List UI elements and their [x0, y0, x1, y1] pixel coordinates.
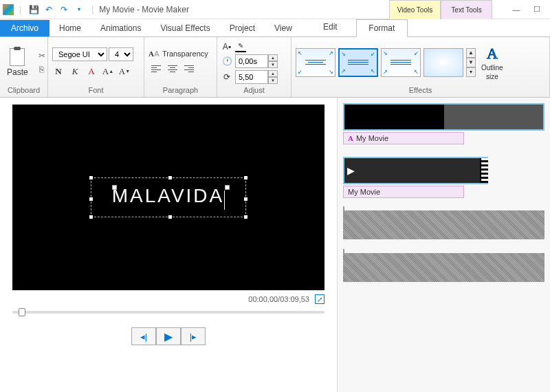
clipboard-icon — [10, 48, 25, 66]
timeline-clip-2[interactable]: ▶ My Movie — [343, 157, 544, 198]
transparency-label: Transparency — [162, 50, 208, 58]
fullscreen-icon[interactable]: ⤢ — [315, 294, 324, 304]
font-size-select[interactable]: 48 — [109, 47, 133, 61]
edit-text-icon[interactable]: ✎ — [235, 41, 246, 52]
group-label-clipboard: Clipboard — [4, 86, 43, 96]
preview-pane: MALAVIDA 00:00,00/03:09,53 ⤢ ◂| ▶ |▸ — [0, 98, 337, 392]
shrink-font-button[interactable]: A▼ — [118, 65, 131, 78]
group-label-effects: Effects — [296, 86, 545, 96]
tab-format[interactable]: Format — [356, 19, 408, 37]
duration-down[interactable]: ▼ — [268, 77, 278, 84]
duration-input[interactable] — [235, 70, 268, 84]
window-title: My Movie - Movie Maker — [99, 5, 189, 14]
tab-view[interactable]: View — [265, 20, 302, 36]
effects-more[interactable]: ▾ — [466, 67, 476, 77]
duration-icon: ⟳ — [221, 72, 232, 83]
tab-animations[interactable]: Animations — [91, 20, 151, 36]
titlebar: | 💾 ↶ ↷ ▾ | My Movie - Movie Maker Video… — [0, 0, 550, 19]
duration-up[interactable]: ▲ — [268, 70, 278, 77]
align-left-button[interactable] — [148, 62, 164, 76]
group-label-paragraph: Paragraph — [148, 86, 212, 96]
align-center-button[interactable] — [165, 62, 180, 76]
seek-bar[interactable] — [12, 311, 324, 314]
group-label-font: Font — [52, 86, 140, 96]
effects-scroll-up[interactable]: ▲ — [466, 48, 476, 58]
clip-label-2[interactable]: My Movie — [343, 186, 464, 198]
transparency-icon: AA — [148, 50, 160, 58]
copy-icon[interactable]: ⎘ — [36, 64, 47, 75]
clip-label-1[interactable]: My Movie — [343, 132, 464, 144]
seek-thumb[interactable] — [19, 308, 25, 316]
minimize-button[interactable]: — — [506, 3, 527, 17]
play-indicator-icon: ▶ — [347, 165, 355, 176]
timeline-clip-1[interactable]: My Movie — [343, 103, 544, 144]
ribbon: Paste ✂ ⎘ Clipboard Segoe UI 48 N K A A▲ — [0, 37, 550, 98]
video-preview[interactable]: MALAVIDA — [12, 105, 324, 290]
timeline-clip-3[interactable] — [343, 210, 544, 239]
play-button[interactable]: ▶ — [156, 327, 181, 345]
paste-button[interactable]: Paste — [4, 45, 31, 80]
font-color-button[interactable]: A — [85, 65, 98, 78]
context-tab-text-tools[interactable]: Text Tools — [441, 0, 492, 19]
app-icon — [3, 4, 14, 15]
time-display: 00:00,00/03:09,53 — [248, 295, 309, 303]
outline-icon: A — [487, 45, 498, 63]
tab-home[interactable]: Home — [50, 20, 91, 36]
next-frame-button[interactable]: |▸ — [181, 327, 206, 345]
italic-button[interactable]: K — [69, 65, 81, 78]
redo-icon[interactable]: ↷ — [57, 3, 71, 17]
outline-size-button[interactable]: A Outline size — [478, 42, 506, 83]
title-text[interactable]: MALAVIDA — [112, 185, 225, 206]
qat-dropdown-icon[interactable]: ▾ — [72, 3, 86, 17]
undo-icon[interactable]: ↶ — [42, 3, 56, 17]
start-time-up[interactable]: ▲ — [268, 54, 278, 61]
align-right-button[interactable] — [182, 62, 197, 76]
context-tab-video-tools[interactable]: Video Tools — [389, 0, 441, 19]
effect-thumb-1[interactable]: ↖↗ ↙↘ — [296, 48, 336, 77]
effects-scroll-down[interactable]: ▼ — [466, 58, 476, 67]
timeline-clip-4[interactable] — [343, 253, 544, 282]
tab-visual-effects[interactable]: Visual Effects — [151, 20, 219, 36]
maximize-button[interactable]: ☐ — [527, 3, 547, 17]
start-time-down[interactable]: ▼ — [268, 61, 278, 68]
main-tabs: Archivo Home Animations Visual Effects P… — [0, 19, 550, 37]
start-time-input[interactable] — [235, 54, 268, 68]
effect-thumb-4[interactable]: ✦ — [424, 48, 463, 77]
start-time-icon: 🕐 — [221, 56, 232, 67]
save-icon[interactable]: 💾 — [27, 3, 41, 17]
effect-thumb-3[interactable]: ↘↙ ↗↖ — [381, 48, 421, 77]
font-name-select[interactable]: Segoe UI — [52, 47, 107, 61]
effect-thumb-2[interactable]: ↘↙ ↗↖ — [338, 48, 378, 77]
tab-project[interactable]: Project — [220, 20, 265, 36]
effects-gallery: ↖↗ ↙↘ ↘↙ ↗↖ ↘↙ ↗↖ ✦ ▲ — [296, 42, 506, 83]
timeline-pane: My Movie ▶ My Movie — [337, 98, 550, 392]
prev-frame-button[interactable]: ◂| — [131, 327, 156, 345]
cut-icon[interactable]: ✂ — [36, 50, 47, 61]
tab-file[interactable]: Archivo — [0, 20, 50, 36]
background-color-icon[interactable]: A▪ — [221, 41, 232, 52]
tab-edit[interactable]: Edit — [305, 19, 356, 36]
group-label-adjust: Adjust — [221, 86, 287, 96]
text-selection-box[interactable]: MALAVIDA — [91, 177, 247, 217]
grow-font-button[interactable]: A▲ — [102, 65, 114, 78]
bold-button[interactable]: N — [52, 65, 65, 78]
workspace: MALAVIDA 00:00,00/03:09,53 ⤢ ◂| ▶ |▸ My … — [0, 98, 550, 392]
